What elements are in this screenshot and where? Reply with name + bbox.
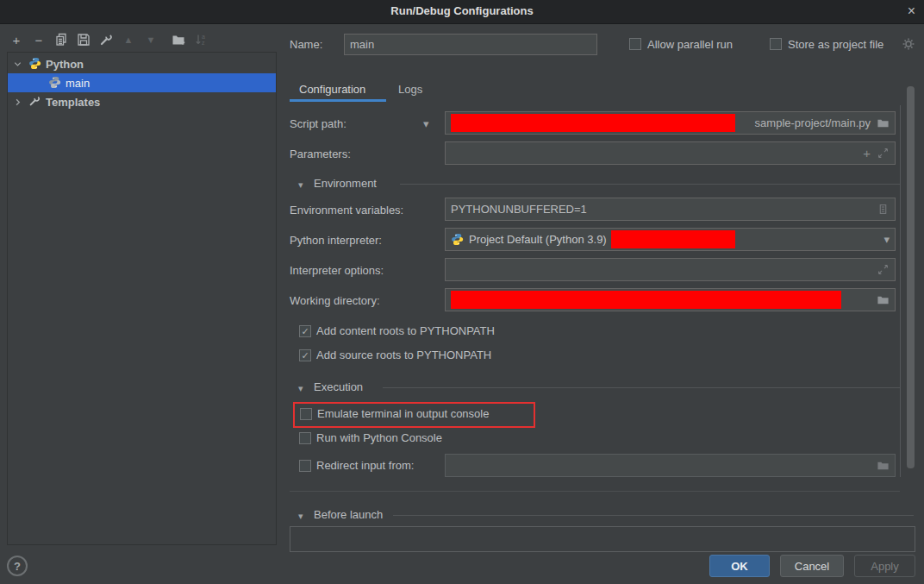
script-path-dropdown-icon[interactable]: ▾ xyxy=(423,117,429,130)
python-interpreter-label: Python interpreter: xyxy=(290,234,382,247)
edit-templates-icon[interactable] xyxy=(98,32,114,47)
section-divider xyxy=(393,515,914,516)
environment-variables-label: Environment variables: xyxy=(290,204,403,217)
apply-button[interactable]: Apply xyxy=(854,555,915,577)
allow-parallel-run-label: Allow parallel run xyxy=(647,38,733,51)
run-python-console-checkbox[interactable] xyxy=(299,432,311,444)
copy-configuration-icon[interactable] xyxy=(53,32,69,47)
dialog-title: Run/Debug Configurations xyxy=(0,4,924,17)
before-launch-collapse-icon[interactable]: ▾ xyxy=(298,511,303,522)
before-launch-section-header[interactable]: Before launch xyxy=(314,508,383,521)
section-divider xyxy=(383,387,900,388)
svg-text:z: z xyxy=(202,40,205,46)
parameters-field[interactable]: + xyxy=(445,141,896,165)
tree-item-label: Templates xyxy=(46,96,100,109)
tab-configuration[interactable]: Configuration xyxy=(299,83,365,96)
python-logo-icon xyxy=(48,76,62,90)
script-path-value: sample-project/main.py xyxy=(755,116,871,129)
name-label: Name: xyxy=(290,38,322,51)
tree-item-python[interactable]: Python xyxy=(8,54,276,73)
python-logo-icon xyxy=(28,57,42,71)
remove-configuration-icon[interactable]: − xyxy=(31,32,47,47)
interpreter-options-label: Interpreter options: xyxy=(290,264,384,277)
execution-collapse-icon[interactable]: ▾ xyxy=(298,383,303,394)
wrench-icon xyxy=(28,95,42,109)
help-button[interactable]: ? xyxy=(7,556,28,576)
active-tab-underline xyxy=(290,99,386,102)
tree-item-main[interactable]: main xyxy=(8,73,276,92)
cancel-button[interactable]: Cancel xyxy=(780,555,844,577)
environment-section-header[interactable]: Environment xyxy=(314,177,377,190)
new-folder-icon[interactable] xyxy=(171,32,186,47)
chevron-down-icon[interactable] xyxy=(13,59,23,69)
script-path-field[interactable]: sample-project/main.py xyxy=(445,111,896,135)
redacted-block xyxy=(451,114,735,132)
redirect-input-field[interactable] xyxy=(445,454,896,477)
interpreter-options-field[interactable] xyxy=(445,258,896,281)
scrollbar-thumb[interactable] xyxy=(907,86,915,468)
add-content-roots-checkbox[interactable]: ✓ xyxy=(299,325,311,337)
redirect-input-label: Redirect input from: xyxy=(316,459,414,472)
emulate-terminal-checkbox[interactable] xyxy=(300,408,312,420)
save-configuration-icon[interactable] xyxy=(76,32,91,47)
folder-icon[interactable] xyxy=(876,459,890,473)
ok-button[interactable]: OK xyxy=(709,555,770,577)
python-interpreter-select[interactable]: Project Default (Python 3.9) ▾ xyxy=(445,228,896,251)
working-directory-label: Working directory: xyxy=(290,294,380,307)
tab-logs[interactable]: Logs xyxy=(398,83,422,96)
scrollbar-track xyxy=(900,105,901,477)
dropdown-arrow-icon[interactable]: ▾ xyxy=(883,233,890,246)
panel-divider xyxy=(290,491,900,492)
environment-collapse-icon[interactable]: ▾ xyxy=(298,179,303,191)
expand-field-icon[interactable] xyxy=(876,263,890,277)
allow-parallel-run-checkbox[interactable] xyxy=(629,38,641,50)
before-launch-list[interactable] xyxy=(290,526,915,552)
add-source-roots-label: Add source roots to PYTHONPATH xyxy=(316,349,491,361)
working-directory-field[interactable] xyxy=(445,288,896,311)
redacted-block xyxy=(451,291,841,309)
configurations-tree: Python main Templates xyxy=(7,52,277,545)
title-bar: Run/Debug Configurations × xyxy=(0,0,924,24)
add-source-roots-checkbox[interactable]: ✓ xyxy=(299,349,311,361)
store-as-project-file-checkbox[interactable] xyxy=(770,38,782,50)
add-content-roots-label: Add content roots to PYTHONPATH xyxy=(316,324,495,337)
close-icon[interactable]: × xyxy=(908,3,915,19)
environment-variables-value: PYTHONUNBUFFERED=1 xyxy=(451,203,587,216)
move-up-icon[interactable]: ▲ xyxy=(121,32,136,47)
configurations-toolbar: + − ▲ ▼ az xyxy=(9,29,209,50)
tree-item-label: Python xyxy=(46,58,84,71)
svg-text:a: a xyxy=(202,34,205,40)
chevron-right-icon[interactable] xyxy=(13,97,23,107)
python-interpreter-value: Project Default (Python 3.9) xyxy=(469,233,607,246)
folder-icon[interactable] xyxy=(876,116,890,130)
browse-variables-icon[interactable] xyxy=(876,203,890,217)
store-as-project-file-label: Store as project file xyxy=(788,38,883,51)
parameters-label: Parameters: xyxy=(290,148,351,160)
emulate-terminal-label: Emulate terminal in output console xyxy=(317,407,489,420)
folder-icon[interactable] xyxy=(876,293,890,307)
move-down-icon[interactable]: ▼ xyxy=(143,32,159,47)
name-input[interactable] xyxy=(344,34,597,55)
run-python-console-label: Run with Python Console xyxy=(316,431,442,444)
redirect-input-checkbox[interactable] xyxy=(299,460,311,472)
add-configuration-icon[interactable]: + xyxy=(9,32,24,47)
script-path-label: Script path: xyxy=(290,117,346,130)
tree-item-templates[interactable]: Templates xyxy=(8,92,276,111)
expand-field-icon[interactable] xyxy=(876,147,890,160)
environment-variables-field[interactable]: PYTHONUNBUFFERED=1 xyxy=(445,198,896,221)
add-macro-icon[interactable]: + xyxy=(863,146,871,160)
sort-alphabetically-icon[interactable]: az xyxy=(193,32,209,47)
python-logo-icon xyxy=(451,233,464,246)
run-debug-configurations-dialog: Run/Debug Configurations × + − ▲ ▼ az xyxy=(0,0,924,584)
execution-section-header[interactable]: Execution xyxy=(314,380,363,393)
tree-item-label: main xyxy=(66,77,90,90)
redacted-block xyxy=(611,230,735,248)
section-divider xyxy=(400,184,900,185)
gear-icon[interactable] xyxy=(902,37,915,51)
